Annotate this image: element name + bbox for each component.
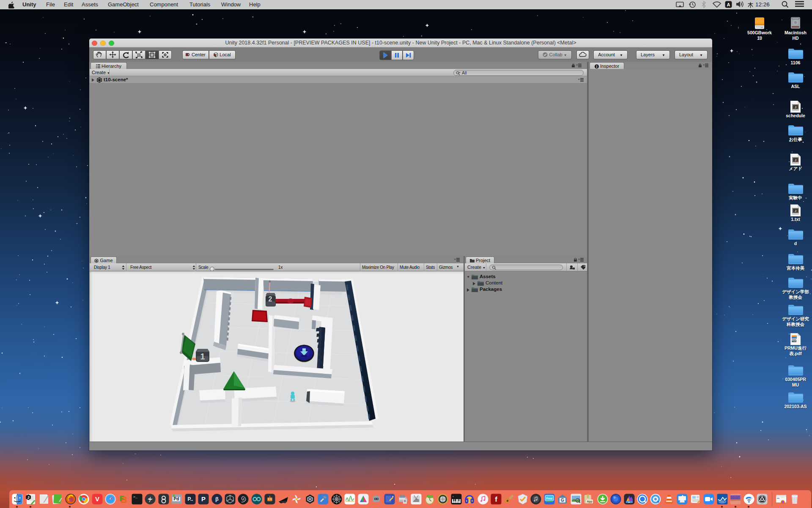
svg-text:V: V xyxy=(95,495,99,502)
svg-text:>_: >_ xyxy=(133,495,137,499)
svg-text:1: 1 xyxy=(200,352,205,361)
svg-text:PDF: PDF xyxy=(792,340,797,342)
svg-text:f: f xyxy=(495,495,497,503)
svg-text:β: β xyxy=(215,496,219,502)
svg-text:2: 2 xyxy=(269,295,272,303)
svg-text:P..: P.. xyxy=(187,496,193,502)
svg-text:J: J xyxy=(27,495,30,500)
svg-text:Pd: Pd xyxy=(174,497,179,501)
svg-text:F: F xyxy=(120,494,124,503)
svg-text:intel: intel xyxy=(720,500,724,503)
svg-text:J: J xyxy=(795,105,796,109)
svg-text:G: G xyxy=(561,498,564,502)
svg-text:J: J xyxy=(795,158,796,162)
svg-text:J: J xyxy=(795,209,796,213)
svg-text:Free: Free xyxy=(546,497,552,500)
svg-text:P: P xyxy=(201,495,206,502)
svg-text:App: App xyxy=(587,500,593,503)
svg-text:A: A xyxy=(727,2,730,7)
